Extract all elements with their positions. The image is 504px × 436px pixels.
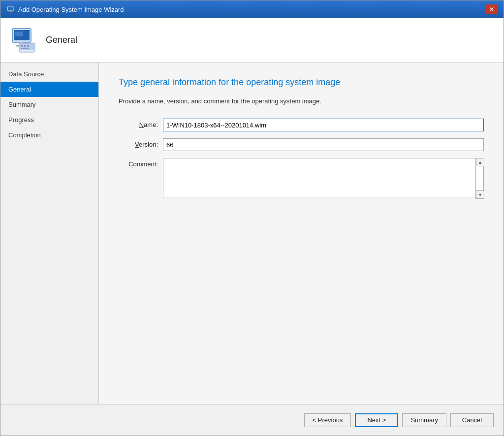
summary-button[interactable]: Summary	[402, 413, 446, 427]
computer-icon	[10, 27, 38, 54]
name-input[interactable]	[163, 119, 484, 131]
scroll-down-button[interactable]: ▼	[476, 190, 484, 199]
svg-rect-3	[8, 12, 13, 12]
title-bar-left: Add Operating System Image Wizard	[6, 5, 124, 13]
next-button[interactable]: Next >	[355, 413, 398, 427]
wizard-header: General	[0, 18, 504, 62]
wizard-body: Data Source General Summary Progress Com…	[0, 62, 504, 404]
sidebar-item-summary[interactable]: Summary	[0, 97, 98, 112]
wizard-footer: < Previous Next > Summary Cancel	[0, 404, 504, 436]
version-input[interactable]	[163, 138, 484, 151]
content-title: Type general information for the operati…	[119, 77, 484, 88]
svg-rect-11	[21, 45, 23, 47]
version-row: Version:	[119, 138, 484, 151]
window-title: Add Operating System Image Wizard	[18, 6, 124, 13]
name-label: Name:	[119, 119, 163, 128]
content-description: Provide a name, version, and comment for…	[119, 97, 484, 105]
comment-wrapper: ▲ ▼	[163, 158, 484, 199]
sidebar-item-data-source[interactable]: Data Source	[0, 66, 98, 82]
title-icon	[6, 5, 14, 13]
scrollbar-buttons: ▲ ▼	[475, 158, 484, 199]
main-content: Type general information for the operati…	[99, 62, 504, 404]
scroll-up-button[interactable]: ▲	[476, 158, 484, 166]
comment-row: Comment: ▲ ▼	[119, 158, 484, 199]
sidebar-item-progress[interactable]: Progress	[0, 112, 98, 127]
svg-rect-1	[8, 7, 13, 10]
sidebar: Data Source General Summary Progress Com…	[0, 62, 99, 404]
wizard-window: Add Operating System Image Wizard ✕	[0, 0, 504, 436]
close-button[interactable]: ✕	[486, 4, 498, 14]
svg-rect-14	[21, 48, 29, 49]
header-title: General	[46, 35, 77, 45]
svg-rect-10	[20, 44, 34, 50]
previous-button[interactable]: < Previous	[304, 413, 351, 427]
svg-rect-12	[24, 45, 26, 47]
sidebar-item-general[interactable]: General	[0, 82, 98, 97]
svg-rect-2	[9, 11, 12, 12]
cancel-button[interactable]: Cancel	[450, 413, 494, 427]
title-bar: Add Operating System Image Wizard ✕	[0, 0, 504, 18]
version-label: Version:	[119, 138, 163, 148]
comment-input[interactable]	[163, 158, 484, 197]
name-row: Name:	[119, 119, 484, 131]
svg-rect-13	[27, 45, 29, 47]
sidebar-item-completion[interactable]: Completion	[0, 127, 98, 143]
comment-label: Comment:	[119, 158, 163, 168]
svg-rect-6	[15, 31, 23, 36]
